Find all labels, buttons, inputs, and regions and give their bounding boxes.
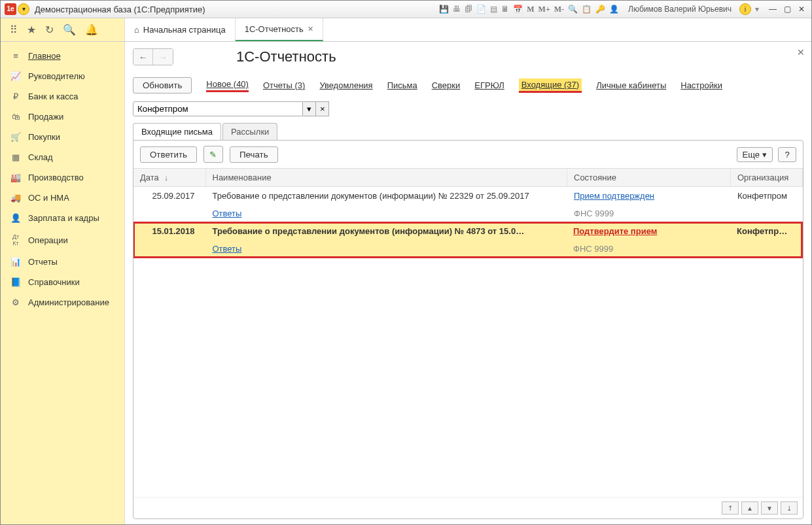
refresh-button[interactable]: Обновить bbox=[133, 77, 192, 93]
inner-tab-mailings[interactable]: Рассылки bbox=[222, 123, 277, 140]
tab-home-label: Начальная страница bbox=[143, 25, 226, 35]
calc-icon[interactable]: 🖩 bbox=[501, 5, 509, 14]
close-window-icon[interactable]: ✕ bbox=[796, 5, 807, 14]
link-incoming[interactable]: Входящие (37) bbox=[519, 78, 582, 93]
m-icon[interactable]: M bbox=[527, 5, 534, 14]
info-icon[interactable]: i bbox=[739, 3, 751, 15]
zoom-icon[interactable]: 🔍 bbox=[568, 5, 578, 14]
answers-link[interactable]: Ответы bbox=[213, 209, 242, 218]
nav-back-button[interactable]: ← bbox=[133, 49, 153, 65]
sidebar-item-bank[interactable]: ₽Банк и касса bbox=[1, 86, 124, 107]
link-reports[interactable]: Отчеты (3) bbox=[263, 80, 305, 90]
table-row-sub[interactable]: Ответы ФНС 9999 bbox=[133, 240, 802, 258]
link-recon[interactable]: Сверки bbox=[432, 80, 461, 90]
cell-org: Конфетпр… bbox=[730, 222, 802, 240]
col-state[interactable]: Состояние bbox=[567, 169, 731, 187]
save-icon[interactable]: 💾 bbox=[439, 5, 449, 14]
org-filter-input[interactable] bbox=[133, 101, 303, 116]
document-icon[interactable]: 📄 bbox=[476, 5, 486, 14]
inner-tab-inbox[interactable]: Входящие письма bbox=[133, 123, 221, 140]
nav-arrows: ← → bbox=[133, 48, 173, 65]
grid-icon: ▦ bbox=[10, 152, 22, 162]
link-settings[interactable]: Настройки bbox=[680, 80, 722, 90]
nav-last-icon[interactable]: ⤓ bbox=[781, 501, 798, 515]
sidebar-item-main[interactable]: ≡Главное bbox=[1, 46, 124, 66]
col-date[interactable]: Дата↓ bbox=[133, 169, 205, 187]
col-name[interactable]: Наименование bbox=[205, 169, 567, 187]
info-drop-icon[interactable]: ▾ bbox=[755, 5, 759, 14]
answers-link[interactable]: Ответы bbox=[213, 244, 242, 254]
sidebar-item-manager[interactable]: 📈Руководителю bbox=[1, 66, 124, 86]
sidebar-item-production[interactable]: 🏭Производство bbox=[1, 167, 124, 188]
col-org[interactable]: Организация bbox=[731, 169, 803, 187]
state-link[interactable]: Прием подтвержден bbox=[574, 191, 654, 201]
tab-close-icon[interactable]: ✕ bbox=[308, 25, 313, 33]
link-letters[interactable]: Письма bbox=[387, 80, 417, 90]
nav-down-icon[interactable]: ▼ bbox=[761, 501, 778, 515]
edit-button[interactable]: ✎ bbox=[203, 146, 223, 163]
clipboard-icon[interactable]: 📋 bbox=[582, 5, 591, 14]
sidebar-item-hr[interactable]: 👤Зарплата и кадры bbox=[1, 208, 124, 228]
window-title: Демонстрационная база (1С:Предприятие) bbox=[35, 5, 205, 14]
sidebar-item-label: Отчеты bbox=[28, 257, 58, 267]
org-filter-dropdown-icon[interactable]: ▾ bbox=[303, 101, 316, 116]
tab-reporting[interactable]: 1С-Отчетность ✕ bbox=[236, 18, 323, 41]
print-icon[interactable]: 🖶 bbox=[453, 5, 461, 14]
reply-button[interactable]: Ответить bbox=[140, 146, 197, 163]
link-new[interactable]: Новое (40) bbox=[206, 79, 249, 92]
table-nav: ⤒ ▲ ▼ ⤓ bbox=[133, 497, 803, 518]
sidebar-item-purchases[interactable]: 🛒Покупки bbox=[1, 127, 124, 147]
sidebar-item-label: Продажи bbox=[28, 112, 63, 122]
sidebar-item-reports[interactable]: 📊Отчеты bbox=[1, 252, 124, 272]
chart-icon: 📈 bbox=[10, 71, 22, 81]
search-icon[interactable]: 🔍 bbox=[63, 24, 76, 36]
table-row-selected[interactable]: 15.01.2018 Требование о представлении до… bbox=[133, 222, 802, 240]
state-link[interactable]: Подтвердите прием bbox=[573, 226, 657, 236]
close-page-icon[interactable]: ✕ bbox=[797, 47, 805, 58]
table-row[interactable]: 25.09.2017 Требование о представлении до… bbox=[133, 187, 803, 205]
titlebar-toolbar: 💾 🖶 🗐 📄 ▤ 🖩 📅 M M+ M- 🔍 📋 🔑 👤 Любимов Ва… bbox=[439, 3, 807, 15]
preview-icon[interactable]: 🗐 bbox=[465, 5, 472, 14]
nav-first-icon[interactable]: ⤒ bbox=[722, 501, 739, 515]
link-notifications[interactable]: Уведомления bbox=[319, 80, 372, 90]
apps-icon[interactable]: ⠿ bbox=[10, 24, 18, 36]
table-row-sub[interactable]: Ответы ФНС 9999 bbox=[133, 205, 803, 222]
print-button[interactable]: Печать bbox=[230, 146, 278, 163]
link-egrul[interactable]: ЕГРЮЛ bbox=[474, 80, 504, 90]
minimize-icon[interactable]: — bbox=[767, 5, 779, 14]
sidebar-item-label: Производство bbox=[28, 173, 84, 182]
state-sub: ФНС 9999 bbox=[567, 240, 730, 258]
more-button[interactable]: Еще▾ bbox=[737, 147, 773, 162]
sidebar-item-label: Банк и касса bbox=[28, 92, 79, 101]
bell-icon[interactable]: 🔔 bbox=[85, 24, 98, 36]
history-icon[interactable]: ↻ bbox=[45, 24, 54, 36]
sidebar-item-sales[interactable]: 🛍Продажи bbox=[1, 107, 124, 127]
home-icon: ⌂ bbox=[134, 25, 139, 35]
linkbar: Обновить Новое (40) Отчеты (3) Уведомлен… bbox=[133, 77, 803, 93]
calendar-icon[interactable]: 📅 bbox=[513, 5, 523, 14]
nav-up-icon[interactable]: ▲ bbox=[741, 501, 758, 515]
sidebar-item-warehouse[interactable]: ▦Склад bbox=[1, 147, 124, 167]
dropdown-icon[interactable]: ▾ bbox=[18, 3, 29, 15]
m-plus-icon[interactable]: M+ bbox=[538, 5, 550, 14]
sidebar-item-assets[interactable]: 🚚ОС и НМА bbox=[1, 188, 124, 208]
sidebar-item-ops[interactable]: ДтКтОперации bbox=[1, 228, 124, 252]
chevron-down-icon: ▾ bbox=[762, 150, 767, 160]
key-icon[interactable]: 🔑 bbox=[595, 5, 605, 14]
org-filter-clear-icon[interactable]: × bbox=[316, 101, 329, 116]
user-icon: 👤 bbox=[609, 5, 619, 14]
star-icon[interactable]: ★ bbox=[27, 24, 36, 36]
page-title: 1С-Отчетность bbox=[236, 48, 336, 65]
sheet-icon[interactable]: ▤ bbox=[490, 5, 497, 14]
maximize-icon[interactable]: ▢ bbox=[781, 5, 793, 14]
sidebar-item-refs[interactable]: 📘Справочники bbox=[1, 272, 124, 292]
nav-fwd-button[interactable]: → bbox=[153, 49, 173, 65]
sidebar-item-admin[interactable]: ⚙Администрирование bbox=[1, 292, 124, 313]
help-button[interactable]: ? bbox=[778, 147, 796, 162]
link-cabinets[interactable]: Личные кабинеты bbox=[596, 80, 666, 90]
tab-home[interactable]: ⌂ Начальная страница bbox=[125, 18, 236, 41]
book-icon: 📘 bbox=[10, 277, 22, 287]
m-minus-icon[interactable]: M- bbox=[554, 5, 564, 14]
inbox-table: Дата↓ Наименование Состояние Организация… bbox=[133, 168, 803, 258]
user-name[interactable]: Любимов Валерий Юрьевич bbox=[628, 5, 732, 14]
